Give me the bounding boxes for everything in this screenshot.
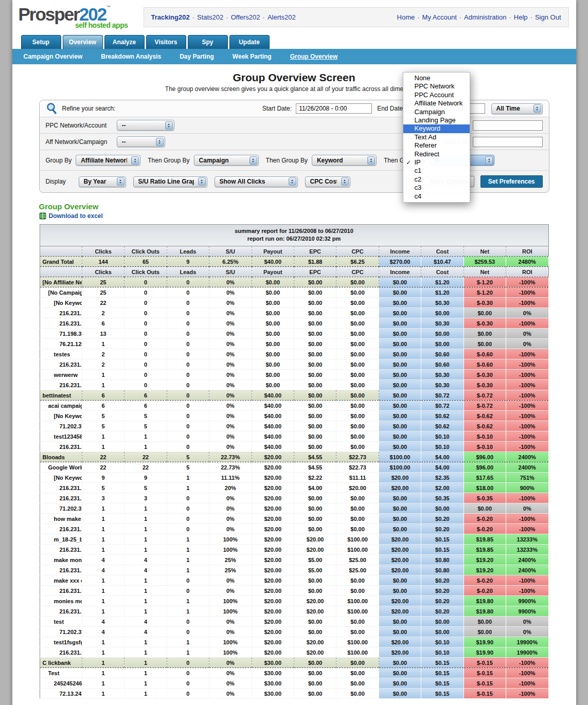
menu-item-landing-page[interactable]: Landing Page bbox=[403, 116, 470, 124]
cell-income: $20.00 bbox=[379, 647, 421, 658]
tab-overview[interactable]: Overview bbox=[63, 35, 103, 49]
cell-income: $0.00 bbox=[379, 287, 421, 298]
app-link-alerts202[interactable]: Alerts202 bbox=[268, 13, 296, 21]
cell-leads: 0 bbox=[167, 514, 209, 524]
menu-item-c1[interactable]: c1 bbox=[403, 167, 470, 175]
cell-click-outs: 5 bbox=[124, 421, 167, 431]
column-header-row: ClicksClick OutsLeadsS/UPayoutEPCCPCInco… bbox=[40, 246, 548, 257]
visitor-ip-input[interactable] bbox=[473, 137, 543, 147]
app-link-tracking202[interactable]: Tracking202 bbox=[151, 13, 190, 21]
then-group-by-label-1: Then Group By bbox=[148, 157, 189, 164]
cell-roi: -100% bbox=[506, 442, 548, 452]
cell-cpc: $0.00 bbox=[336, 617, 379, 627]
cell-income: $0.00 bbox=[379, 380, 421, 390]
subnav-campaign-overview[interactable]: Campaign Overview bbox=[24, 53, 83, 60]
display-select-4[interactable]: CPC Costs bbox=[305, 176, 350, 187]
column-header-roi: ROI bbox=[506, 267, 548, 277]
menu-item-ppc-network[interactable]: PPC Network bbox=[403, 82, 470, 91]
cell-income: $0.00 bbox=[379, 401, 421, 411]
prosper202-logo[interactable]: Prosper202™ self hosted apps bbox=[19, 5, 134, 29]
menu-item-c3[interactable]: c3 bbox=[403, 184, 470, 192]
subnav-day-parting[interactable]: Day Parting bbox=[180, 53, 214, 60]
tab-update[interactable]: Update bbox=[229, 35, 270, 49]
column-header-clicks: Clicks bbox=[82, 267, 124, 277]
cell-click-outs: 0 bbox=[124, 298, 167, 308]
cell-roi: 900% bbox=[506, 483, 548, 493]
set-preferences-button[interactable]: Set Preferences bbox=[480, 175, 543, 188]
cell-cost: $2.00 bbox=[421, 483, 464, 493]
row-label: [No Keyword] bbox=[40, 473, 82, 483]
date-filter-row: Refine your search: Start Date: End Date… bbox=[40, 100, 549, 117]
subnav-week-parting[interactable]: Week Parting bbox=[233, 53, 272, 60]
nav-separator: · bbox=[263, 13, 265, 21]
cell-epc: $0.00 bbox=[294, 318, 336, 329]
menu-item-campaign[interactable]: Campaign bbox=[403, 108, 470, 116]
group-by-select-3[interactable]: Keyword bbox=[312, 155, 377, 166]
subnav-breakdown-analysis[interactable]: Breakdown Analysis bbox=[101, 53, 161, 60]
column-header-epc: EPC bbox=[294, 246, 336, 257]
cell-click-outs: 4 bbox=[124, 617, 167, 627]
download-to-excel-link[interactable]: Download to excel bbox=[49, 212, 103, 220]
menu-item-c4[interactable]: c4 bbox=[403, 192, 470, 201]
app-link-offers202[interactable]: Offers202 bbox=[231, 13, 260, 21]
cell-leads: 1 bbox=[167, 596, 209, 606]
subnav-group-overview[interactable]: Group Overview bbox=[290, 53, 338, 60]
cell-income: $0.00 bbox=[379, 370, 421, 380]
cell-roi: 2480% bbox=[506, 257, 548, 267]
cell-income: $0.00 bbox=[379, 431, 421, 442]
group-by-select-1[interactable]: Affiliate Network bbox=[76, 155, 140, 166]
tab-spy[interactable]: Spy bbox=[188, 35, 228, 49]
display-select-3[interactable]: Show All Clicks bbox=[215, 176, 298, 187]
group-by-select-2[interactable]: Campaign bbox=[194, 155, 259, 166]
menu-item-none[interactable]: None bbox=[403, 74, 470, 82]
row-label: [No Campaign] bbox=[40, 287, 82, 298]
cell-cpc: $0.00 bbox=[336, 339, 379, 349]
cell-cost: $0.60 bbox=[421, 359, 464, 370]
cell-leads: 0 bbox=[167, 370, 209, 380]
account-link-administration[interactable]: Administration bbox=[464, 13, 506, 21]
cell-cpc: $0.00 bbox=[336, 689, 379, 699]
section-row: bettinatest6600%$40.00$0.00$0.00$0.00$0.… bbox=[40, 390, 548, 401]
tab-setup[interactable]: Setup bbox=[21, 35, 61, 49]
menu-item-ip[interactable]: IP bbox=[403, 158, 470, 167]
cell-epc: $0.00 bbox=[294, 678, 336, 689]
cell-roi: 19900% bbox=[506, 647, 548, 658]
menu-item-referer[interactable]: Referer bbox=[403, 141, 470, 150]
tab-visitors[interactable]: Visitors bbox=[146, 35, 186, 49]
menu-item-redirect[interactable]: Redirect bbox=[403, 150, 470, 158]
table-row: Google Works2222522.73%$20.00$4.55$22.73… bbox=[40, 462, 548, 473]
cell-income: $0.00 bbox=[379, 329, 421, 339]
app-link-stats202[interactable]: Stats202 bbox=[197, 13, 223, 21]
table-row: 216.231.14.31000%$0.00$0.00$0.00$0.00$0.… bbox=[40, 380, 548, 390]
menu-item-ppc-account[interactable]: PPC Account bbox=[403, 91, 470, 99]
menu-item-text-ad[interactable]: Text Ad bbox=[403, 133, 470, 141]
table-row: [No Keyword]99111.11%$20.00$2.22$11.11$2… bbox=[40, 473, 548, 483]
cell-epc: $0.00 bbox=[294, 658, 336, 668]
time-range-select[interactable]: All Time bbox=[491, 103, 543, 114]
cell-epc: $0.00 bbox=[294, 380, 336, 390]
menu-item-keyword[interactable]: Keyword bbox=[403, 124, 470, 133]
cell-roi: -100% bbox=[506, 277, 548, 287]
cell-roi: -100% bbox=[506, 318, 548, 329]
display-select-1[interactable]: By Year bbox=[79, 176, 126, 187]
menu-item-c2[interactable]: c2 bbox=[403, 175, 470, 184]
menu-item-affiliate-network[interactable]: Affiliate Network bbox=[403, 99, 470, 107]
tab-analyze[interactable]: Analyze bbox=[104, 35, 145, 49]
ppc-network-select[interactable]: -- bbox=[117, 120, 174, 131]
row-label: 216.231.14.3 bbox=[40, 606, 82, 617]
select-stepper-icon bbox=[367, 156, 375, 165]
cell-su: 0% bbox=[209, 431, 252, 442]
account-link-home[interactable]: Home bbox=[397, 13, 415, 21]
display-select-2[interactable]: S/U Ratio Line Graph bbox=[133, 176, 207, 187]
keyword-filter-input[interactable] bbox=[473, 120, 543, 131]
account-link-sign-out[interactable]: Sign Out bbox=[535, 13, 561, 21]
account-link-my-account[interactable]: My Account bbox=[422, 13, 457, 21]
account-link-help[interactable]: Help bbox=[514, 13, 528, 21]
table-row: 216.231.14.22000%$0.00$0.00$0.00$0.00$0.… bbox=[40, 308, 548, 318]
cell-clicks: 1 bbox=[82, 514, 124, 524]
column-header-spacer bbox=[40, 246, 82, 257]
aff-network-select[interactable]: -- bbox=[117, 136, 165, 147]
cell-roi: -100% bbox=[506, 401, 548, 411]
table-row: m_18-25_banner1111100%$20.00$20.00$100.0… bbox=[40, 534, 548, 545]
start-date-input[interactable] bbox=[296, 103, 372, 114]
